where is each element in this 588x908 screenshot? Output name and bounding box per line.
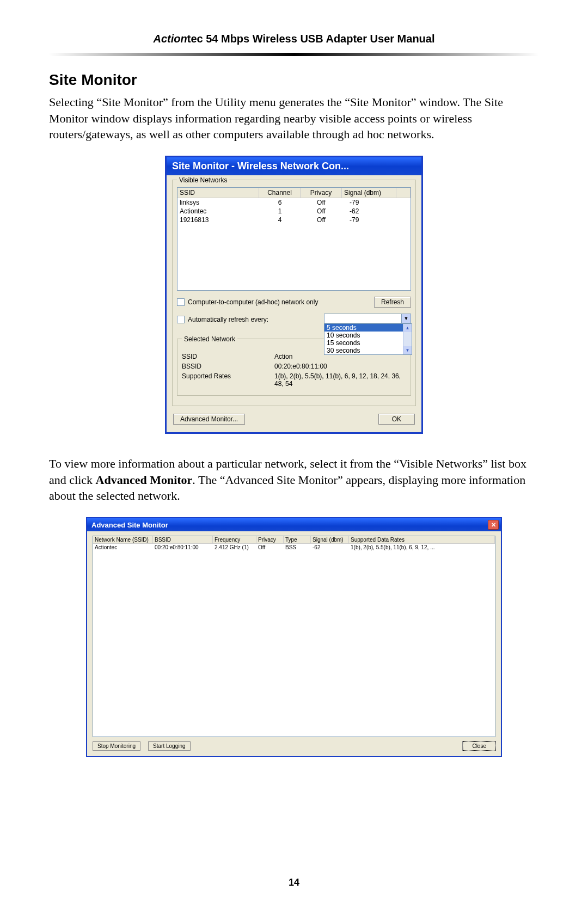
- col-pad: [396, 188, 411, 198]
- sel-bssid-label: BSSID: [182, 363, 274, 370]
- sel-bssid-value: 00:20:e0:80:11:00: [274, 363, 406, 370]
- refresh-button[interactable]: Refresh: [374, 297, 411, 308]
- adv-header-row: Network Name (SSID) BSSID Frequency Priv…: [93, 536, 495, 544]
- cell: linksys: [177, 198, 259, 207]
- cell: Actiontec: [93, 544, 153, 551]
- site-monitor-window: Site Monitor - Wireless Network Con... V…: [165, 156, 423, 434]
- cell: 00:20:e0:80:11:00: [153, 544, 213, 551]
- ok-button[interactable]: OK: [378, 414, 415, 425]
- col-freq[interactable]: Frequency: [213, 536, 256, 544]
- visible-networks-legend: Visible Networks: [177, 176, 229, 184]
- dropdown-scrollbar[interactable]: ▲ ▼: [403, 324, 412, 354]
- cell: -79: [342, 216, 396, 224]
- sel-ssid-label: SSID: [182, 353, 274, 360]
- cell: 19216813: [177, 216, 259, 224]
- col-signal[interactable]: Signal (dbm): [342, 188, 396, 198]
- close-icon[interactable]: ✕: [488, 520, 499, 530]
- cell: BSS: [284, 544, 311, 551]
- cell: -62: [342, 207, 396, 216]
- cell: 1: [259, 207, 301, 216]
- col-ssid[interactable]: Network Name (SSID): [93, 536, 153, 544]
- dropdown-option[interactable]: 5 seconds: [324, 324, 412, 332]
- second-paragraph: To view more information about a particu…: [49, 456, 539, 504]
- col-channel[interactable]: Channel: [259, 188, 301, 198]
- brand-italic: Action: [154, 33, 187, 45]
- chevron-down-icon[interactable]: ▼: [401, 314, 411, 323]
- col-type[interactable]: Type: [284, 536, 311, 544]
- table-row[interactable]: linksys 6 Off -79: [177, 198, 411, 207]
- adhoc-label: Computer-to-computer (ad-hoc) network on…: [188, 298, 318, 306]
- advanced-site-monitor-window: Advanced Site Monitor ✕ Network Name (SS…: [86, 517, 502, 757]
- autorefresh-label: Automatically refresh every:: [188, 316, 268, 323]
- page-number: 14: [0, 877, 588, 888]
- page-header: Actiontec 54 Mbps Wireless USB Adapter U…: [49, 33, 539, 45]
- cell: Actiontec: [177, 207, 259, 216]
- col-signal[interactable]: Signal (dbm): [311, 536, 349, 544]
- visible-networks-group: Visible Networks SSID Channel Privacy Si…: [172, 180, 416, 406]
- visible-networks-list[interactable]: SSID Channel Privacy Signal (dbm) linksy…: [177, 187, 411, 291]
- cell: 2.412 GHz (1): [213, 544, 256, 551]
- table-row[interactable]: 19216813 4 Off -79: [177, 216, 411, 224]
- sel-rates-label: Supported Rates: [182, 372, 274, 388]
- table-row[interactable]: Actiontec 1 Off -62: [177, 207, 411, 216]
- col-rates[interactable]: Supported Data Rates: [349, 536, 495, 544]
- para2-bold: Advanced Monitor: [96, 473, 193, 487]
- refresh-interval-dropdown[interactable]: ▼ 5 seconds 10 seconds 15 seconds 30 sec…: [324, 314, 411, 323]
- site-monitor-titlebar: Site Monitor - Wireless Network Con...: [167, 157, 421, 175]
- col-ssid[interactable]: SSID: [177, 188, 259, 198]
- cell: Off: [256, 544, 284, 551]
- advanced-title-text: Advanced Site Monitor: [91, 521, 168, 529]
- adhoc-checkbox[interactable]: [177, 298, 185, 306]
- sel-rates-value: 1(b), 2(b), 5.5(b), 11(b), 6, 9, 12, 18,…: [274, 372, 406, 388]
- col-privacy[interactable]: Privacy: [301, 188, 342, 198]
- start-logging-button[interactable]: Start Logging: [148, 741, 191, 751]
- autorefresh-checkbox[interactable]: [177, 316, 185, 323]
- advanced-networks-list[interactable]: Network Name (SSID) BSSID Frequency Priv…: [93, 536, 495, 737]
- col-privacy[interactable]: Privacy: [256, 536, 284, 544]
- cell: -62: [311, 544, 349, 551]
- advanced-titlebar: Advanced Site Monitor ✕: [87, 518, 501, 531]
- scroll-down-icon[interactable]: ▼: [403, 346, 412, 354]
- header-rule: [49, 53, 539, 56]
- dropdown-option[interactable]: 15 seconds: [324, 339, 412, 347]
- table-header-row: SSID Channel Privacy Signal (dbm): [177, 188, 411, 198]
- cell: Off: [301, 207, 342, 216]
- dropdown-option[interactable]: 10 seconds: [324, 332, 412, 339]
- selected-network-legend: Selected Network: [182, 335, 237, 343]
- cell: 1(b), 2(b), 5.5(b), 11(b), 6, 9, 12, ...: [349, 544, 495, 551]
- brand-rest: tec 54 Mbps Wireless USB Adapter User Ma…: [187, 33, 435, 45]
- dropdown-option[interactable]: 30 seconds: [324, 347, 412, 354]
- cell: -79: [342, 198, 396, 207]
- close-button[interactable]: Close: [463, 741, 495, 751]
- intro-paragraph: Selecting “Site Monitor” from the Utilit…: [49, 94, 539, 143]
- stop-monitoring-button[interactable]: Stop Monitoring: [93, 741, 140, 751]
- table-row[interactable]: Actiontec 00:20:e0:80:11:00 2.412 GHz (1…: [93, 544, 495, 551]
- col-bssid[interactable]: BSSID: [153, 536, 213, 544]
- cell: 4: [259, 216, 301, 224]
- section-title: Site Monitor: [49, 71, 539, 89]
- cell: Off: [301, 216, 342, 224]
- cell: Off: [301, 198, 342, 207]
- advanced-monitor-button[interactable]: Advanced Monitor...: [173, 414, 245, 425]
- dropdown-list[interactable]: 5 seconds 10 seconds 15 seconds 30 secon…: [324, 323, 412, 355]
- cell: 6: [259, 198, 301, 207]
- scroll-up-icon[interactable]: ▲: [403, 324, 412, 332]
